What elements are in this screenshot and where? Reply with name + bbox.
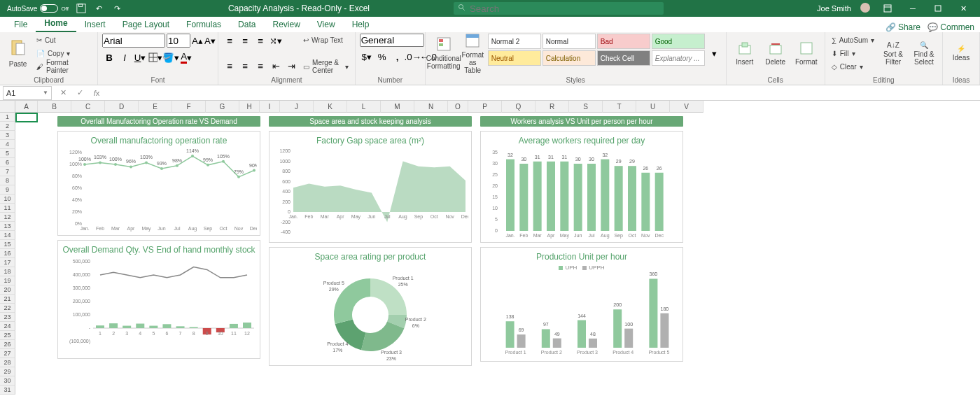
style-check-cell[interactable]: Check Cell [597,50,650,66]
close-icon[interactable]: ✕ [955,0,972,17]
insert-cells-button[interactable]: Insert [731,34,759,73]
col-header[interactable]: J [280,101,314,113]
row-header[interactable]: 12 [0,213,15,222]
ideas-button[interactable]: ⚡Ideas [947,34,975,73]
row-header[interactable]: 6 [0,158,15,167]
borders-button[interactable]: ▾ [148,50,162,64]
font-family-select[interactable] [102,34,165,48]
italic-button[interactable]: I [118,50,132,64]
save-icon[interactable] [76,3,87,14]
align-middle-icon[interactable]: ≡ [238,34,252,48]
tab-page-layout[interactable]: Page Layout [114,17,178,32]
conditional-formatting-button[interactable]: Conditional Formatting [430,34,458,73]
chart-demand[interactable]: Overall Demand Qty. VS End of hand month… [57,240,260,359]
col-header[interactable]: U [636,101,670,113]
number-format-select[interactable] [360,34,424,47]
col-header[interactable]: G [206,101,239,113]
find-select-button[interactable]: 🔍Find & Select [910,34,938,73]
percent-icon[interactable]: % [375,50,389,64]
wrap-text-button[interactable]: ↩Wrap Text [301,34,351,46]
orientation-icon[interactable]: ⤭▾ [269,34,283,48]
redo-icon[interactable]: ↷ [112,3,123,14]
search-box[interactable] [454,2,664,15]
fill-button[interactable]: ⬇Fill ▾ [830,47,876,59]
tab-view[interactable]: View [309,17,344,32]
row-header[interactable]: 22 [0,304,15,313]
row-header[interactable]: 17 [0,258,15,267]
select-all-corner[interactable] [0,101,15,113]
row-header[interactable]: 3 [0,131,15,140]
formula-input[interactable] [105,86,980,100]
undo-icon[interactable]: ↶ [94,3,105,14]
col-header[interactable]: E [139,101,172,113]
cut-button[interactable]: ✂Cut [34,34,93,46]
style-bad[interactable]: Bad [597,34,650,49]
underline-button[interactable]: U ▾ [133,50,147,64]
tab-help[interactable]: Help [344,17,378,32]
delete-cells-button[interactable]: Delete [762,34,790,73]
indent-dec-icon[interactable]: ⇤ [269,59,283,73]
col-header[interactable]: I [260,101,280,113]
minimize-icon[interactable]: ─ [904,0,921,17]
row-header[interactable]: 29 [0,367,15,376]
col-header[interactable]: H [239,101,260,113]
share-button[interactable]: 🔗Share [886,22,920,32]
format-as-table-button[interactable]: Format as Table [461,34,485,73]
col-header[interactable]: L [347,101,381,113]
row-header[interactable]: 26 [0,340,15,349]
maximize-icon[interactable] [930,0,946,17]
sort-filter-button[interactable]: A↓ZSort & Filter [879,34,907,73]
user-avatar-icon[interactable] [860,2,871,15]
row-header[interactable]: 5 [0,149,15,158]
comma-icon[interactable]: , [391,50,405,64]
align-center-icon[interactable]: ≡ [238,59,252,73]
row-header[interactable]: 4 [0,140,15,149]
row-header[interactable]: 30 [0,376,15,386]
row-header[interactable]: 7 [0,167,15,176]
ribbon-display-icon[interactable] [879,0,896,17]
row-header[interactable]: 11 [0,204,15,213]
style-calculation[interactable]: Calculation [542,50,596,66]
row-header[interactable]: 23 [0,313,15,322]
col-header[interactable]: A [15,101,38,113]
tab-review[interactable]: Review [264,17,308,32]
style-neutral[interactable]: Neutral [488,50,541,66]
col-header[interactable]: T [603,101,636,113]
row-header[interactable]: 21 [0,295,15,304]
row-header[interactable]: 15 [0,240,15,249]
row-header[interactable]: 8 [0,176,15,185]
tab-home[interactable]: Home [36,15,76,32]
col-header[interactable]: O [448,101,468,113]
clear-button[interactable]: ◇Clear ▾ [830,60,876,73]
align-left-icon[interactable]: ≡ [223,59,237,73]
search-input[interactable] [470,3,659,14]
tab-file[interactable]: File [6,17,36,32]
row-header[interactable]: 10 [0,195,15,204]
col-header[interactable]: N [414,101,448,113]
row-header[interactable]: 18 [0,267,15,276]
row-header[interactable]: 19 [0,276,15,285]
style-normal[interactable]: Normal [542,34,596,49]
col-header[interactable]: M [381,101,414,113]
chart-gap[interactable]: Factory Gap space area (m²) -400-2000200… [269,131,472,243]
copy-button[interactable]: 📄Copy ▾ [34,47,93,59]
col-header[interactable]: Q [502,101,536,113]
chart-workers[interactable]: Average workers required per day 0510152… [480,131,683,243]
merge-center-button[interactable]: ▭Merge & Center ▾ [301,60,351,73]
col-header[interactable]: K [314,101,347,113]
col-header[interactable]: R [536,101,569,113]
tab-insert[interactable]: Insert [76,17,114,32]
fx-icon[interactable]: fx [88,89,105,97]
col-header[interactable]: C [71,101,105,113]
row-header[interactable]: 28 [0,358,15,367]
increase-font-icon[interactable]: A▴ [192,34,203,48]
row-header[interactable]: 1 [0,113,15,122]
row-header[interactable]: 31 [0,386,15,395]
style-normal2[interactable]: Normal 2 [488,34,541,49]
style-good[interactable]: Good [652,34,705,49]
bold-button[interactable]: B [102,50,116,64]
row-header[interactable]: 14 [0,231,15,240]
align-top-icon[interactable]: ≡ [223,34,237,48]
row-header[interactable]: 27 [0,349,15,358]
user-name[interactable]: Joe Smith [817,4,851,13]
